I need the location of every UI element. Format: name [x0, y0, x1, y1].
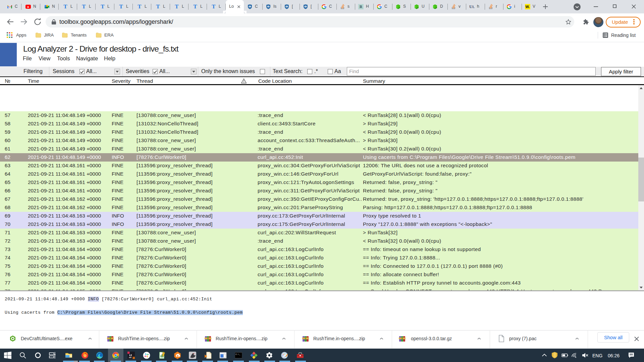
- svg-text:C:\_: C:\_: [235, 353, 240, 356]
- svg-text:IJ: IJ: [129, 354, 132, 357]
